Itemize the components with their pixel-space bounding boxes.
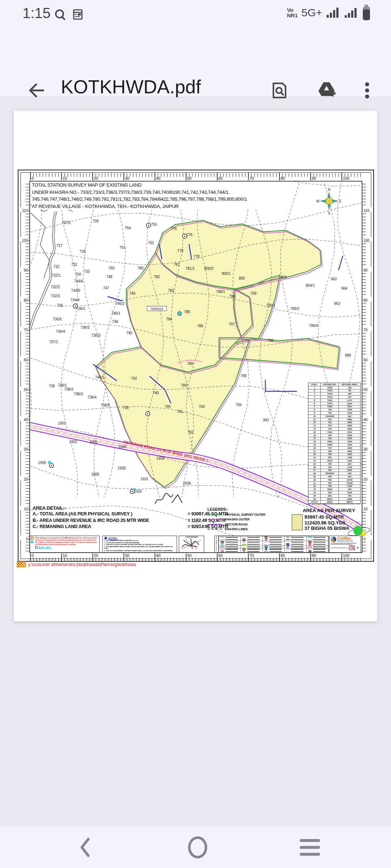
svg-text:776: 776 bbox=[186, 233, 193, 237]
svg-text:70: 70 bbox=[249, 176, 254, 180]
svg-text:30: 30 bbox=[125, 553, 129, 558]
firm-title-box: CadMax PROJECTS (P) LTD. ✦ bbox=[329, 536, 361, 553]
firm-detail-bar bbox=[331, 548, 348, 548]
table-row: 3079611700 bbox=[308, 478, 360, 482]
svg-text:733: 733 bbox=[84, 269, 90, 273]
svg-text:80: 80 bbox=[24, 298, 28, 302]
pdf-page: 0010102020303040405050606070708080909010… bbox=[14, 111, 377, 621]
legend-item: KHASRA OUTER bbox=[207, 517, 293, 522]
svg-text:747: 747 bbox=[103, 286, 109, 290]
symbology-cell bbox=[241, 543, 262, 545]
svg-text:804/1: 804/1 bbox=[306, 284, 315, 288]
svg-text:736/5: 736/5 bbox=[52, 317, 62, 321]
svg-text:110: 110 bbox=[363, 209, 369, 213]
nav-recents-button[interactable] bbox=[297, 835, 319, 859]
document-title: KOTKHWDA.pdf bbox=[61, 76, 201, 98]
legend-item: PHYSICAL SURVEY OUTER bbox=[207, 512, 293, 517]
svg-text:734: 734 bbox=[75, 272, 81, 276]
svg-text:100: 100 bbox=[343, 553, 349, 558]
svg-text:30: 30 bbox=[125, 176, 129, 180]
svg-text:0: 0 bbox=[26, 537, 28, 541]
svg-text:736/1: 736/1 bbox=[76, 307, 85, 311]
svg-text:746/2: 746/2 bbox=[115, 302, 124, 306]
location-map-box: LOCATION MAP bbox=[179, 536, 204, 553]
table-row: 207471000 bbox=[308, 447, 360, 450]
svg-text:1938: 1938 bbox=[183, 481, 191, 485]
svg-text:70: 70 bbox=[363, 328, 368, 332]
table-row: 237811300 bbox=[308, 456, 360, 459]
table-row: 147444000 bbox=[308, 427, 360, 431]
svg-text:80: 80 bbox=[281, 553, 285, 558]
svg-text:738: 738 bbox=[49, 384, 55, 388]
symbology-cell bbox=[263, 548, 285, 550]
svg-text:731: 731 bbox=[71, 263, 77, 267]
symbology-cell bbox=[285, 550, 306, 553]
legend-item: SECTOR ROAD bbox=[207, 522, 293, 527]
table-row: 3734/2395 bbox=[308, 392, 360, 396]
svg-text:1939: 1939 bbox=[156, 456, 165, 460]
calendar-notification-icon bbox=[72, 8, 84, 21]
svg-text:784: 784 bbox=[166, 317, 172, 321]
svg-text:1902: 1902 bbox=[69, 440, 77, 444]
legend-swatch bbox=[207, 514, 222, 515]
corner-chip-yellow bbox=[31, 537, 34, 540]
svg-text:10: 10 bbox=[63, 176, 67, 180]
table-row: 10740/6190500 bbox=[308, 415, 360, 418]
symbology-grid bbox=[219, 536, 328, 552]
svg-text:752: 752 bbox=[148, 241, 154, 245]
notes-box: NOTES:- 1. ALL DIMENSIONS ARE IN METERS … bbox=[102, 536, 177, 553]
svg-text:20: 20 bbox=[24, 477, 28, 481]
svg-text:782: 782 bbox=[154, 275, 160, 279]
svg-text:0: 0 bbox=[31, 553, 34, 558]
compass-e: E bbox=[339, 199, 342, 203]
battery-icon bbox=[362, 4, 371, 21]
svg-text:746: 746 bbox=[112, 320, 118, 324]
symbology-cell bbox=[263, 541, 285, 543]
svg-text:80: 80 bbox=[281, 176, 285, 180]
table-row: 33798/1700 bbox=[308, 488, 360, 491]
svg-text:40: 40 bbox=[156, 553, 160, 558]
svg-text:727: 727 bbox=[56, 244, 63, 248]
svg-text:780: 780 bbox=[138, 266, 144, 270]
svg-text:729: 729 bbox=[80, 250, 86, 254]
svg-text:795: 795 bbox=[241, 374, 247, 378]
svg-text:778: 778 bbox=[194, 255, 200, 259]
legend-item: KHASRA LINES bbox=[207, 527, 293, 532]
table-row: 35800700 bbox=[308, 494, 360, 498]
svg-text:746/1: 746/1 bbox=[111, 311, 120, 315]
svg-text:790: 790 bbox=[165, 405, 171, 409]
legend-swatch bbox=[207, 529, 222, 529]
nav-back-button[interactable] bbox=[72, 835, 94, 859]
symbology-cell bbox=[307, 541, 328, 543]
svg-text:738/2: 738/2 bbox=[64, 387, 73, 391]
symbology-cell bbox=[285, 546, 306, 548]
map-title-line: AT REVENUE VILLAGE - KOTKHAWDA, TEH.- KO… bbox=[32, 203, 287, 210]
svg-text:1930: 1930 bbox=[118, 466, 126, 470]
symbology-cell bbox=[241, 546, 262, 548]
compass-n: N bbox=[328, 188, 330, 192]
pdf-viewport[interactable]: 0010102020303040405050606070708080909010… bbox=[0, 97, 391, 826]
network-type: 5G+ bbox=[301, 7, 322, 19]
svg-text:738/1: 738/1 bbox=[58, 383, 67, 387]
table-row: 277846300 bbox=[308, 469, 360, 472]
svg-text:1931: 1931 bbox=[140, 477, 149, 481]
svg-text:786: 786 bbox=[197, 324, 203, 328]
svg-text:50: 50 bbox=[187, 553, 192, 558]
symbology-cell bbox=[263, 546, 285, 548]
svg-text:749: 749 bbox=[129, 292, 135, 295]
cad-logo-badge bbox=[17, 561, 26, 567]
svg-text:0: 0 bbox=[31, 176, 34, 180]
svg-text:991: 991 bbox=[263, 418, 269, 422]
nav-home-button[interactable] bbox=[185, 835, 206, 859]
table-row: 227803800 bbox=[308, 453, 360, 456]
table-row: 327981200 bbox=[308, 485, 360, 488]
table-row: 347994200 bbox=[308, 491, 360, 494]
svg-text:784/6422: 784/6422 bbox=[150, 307, 163, 311]
table-row: 2733/385 bbox=[308, 390, 360, 393]
firm-detail-bar bbox=[331, 544, 352, 545]
copyright-text: This drawing is the property of CadMax P… bbox=[35, 537, 98, 545]
svg-text:783: 783 bbox=[168, 289, 174, 293]
svg-text:732/1: 732/1 bbox=[51, 273, 60, 277]
symbology-cell bbox=[307, 536, 328, 539]
svg-text:738/5: 738/5 bbox=[101, 403, 110, 407]
